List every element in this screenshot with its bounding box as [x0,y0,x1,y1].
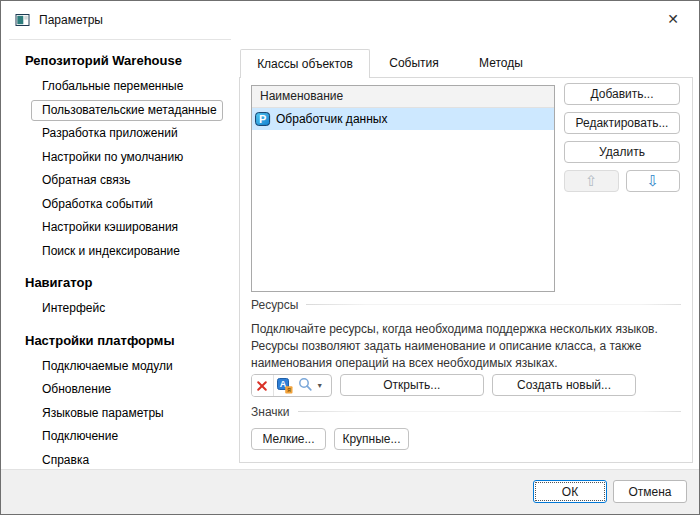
reorder-buttons: ⇧ ⇩ [564,170,680,192]
icons-group: Значки [251,404,681,419]
sidebar-item-language-options[interactable]: Языковые параметры [9,402,235,426]
list-column-header: Наименование [252,86,554,108]
sidebar-item-plugins[interactable]: Подключаемые модули [9,355,235,379]
cancel-button[interactable]: Отмена [613,480,687,503]
close-icon: ✕ [667,11,679,27]
tab-methods[interactable]: Методы [458,49,544,78]
icons-group-label: Значки [251,405,290,419]
add-button[interactable]: Добавить... [564,83,680,105]
resources-description-line: наименования операций на всех необходимы… [251,355,691,372]
resource-picker[interactable]: A я Пользовательские классы ▼ [251,374,332,397]
red-x-icon [256,380,268,392]
svg-text:P: P [259,113,266,125]
options-dialog: Параметры ✕ Репозиторий Warehouse Глобал… [0,0,700,515]
icon-size-buttons: Мелкие... Крупные... [251,428,409,450]
sidebar-item-global-variables[interactable]: Глобальные переменные [9,75,235,99]
sidebar-item-app-development[interactable]: Разработка приложений [9,122,235,146]
edit-button[interactable]: Редактировать... [564,112,680,134]
open-resource-button[interactable]: Открыть... [340,374,484,396]
sidebar-item-update[interactable]: Обновление [9,378,235,402]
nav-section-navigator: Навигатор Интерфейс [9,275,235,321]
sidebar-item-default-settings[interactable]: Настройки по умолчанию [9,146,235,170]
resources-description-line: Ресурсы позволяют задать наименование и … [251,338,691,355]
create-resource-button[interactable]: Создать новый... [492,374,636,396]
nav-header-warehouse: Репозиторий Warehouse [25,53,235,68]
language-resource-icon: A я [277,378,293,394]
resources-group: Ресурсы [251,297,681,312]
search-icon [298,377,313,392]
tab-events[interactable]: События [370,49,458,78]
ok-button[interactable]: ОК [533,480,607,503]
tab-bar: Классы объектов События Методы [240,49,544,78]
resources-description: Подключайте ресурсы, когда необходима по… [251,321,691,372]
resource-dropdown-button[interactable]: ▼ [315,382,331,389]
nav-section-warehouse: Репозиторий Warehouse Глобальные перемен… [9,53,235,263]
sidebar-item-search-indexing[interactable]: Поиск и индексирование [9,240,235,264]
sidebar-item-user-metadata[interactable]: Пользовательские метаданные [31,100,223,121]
list-item-label: Обработчик данных [276,112,387,126]
app-icon [15,12,31,28]
tab-object-classes[interactable]: Классы объектов [240,49,370,78]
settings-nav: Репозиторий Warehouse Глобальные перемен… [9,49,235,484]
data-handler-p-icon: P [255,111,271,127]
resources-description-line: Подключайте ресурсы, когда необходима по… [251,321,691,338]
dialog-footer: ОК Отмена [1,469,699,514]
up-arrow-icon: ⇧ [585,172,598,190]
small-icons-button[interactable]: Мелкие... [251,428,326,450]
resources-group-label: Ресурсы [251,298,298,312]
resource-picker-row: A я Пользовательские классы ▼ Открыть...… [251,374,636,397]
list-item-data-handler[interactable]: P Обработчик данных [252,108,554,130]
window-title: Параметры [39,13,103,27]
nav-section-platform: Настройки платформы Подключаемые модули … [9,333,235,473]
sidebar-item-interface[interactable]: Интерфейс [9,297,235,321]
icons-group-rule [298,411,682,412]
resources-group-rule [306,304,681,305]
title-separator [9,39,231,40]
sidebar-item-cache-settings[interactable]: Настройки кэширования [9,216,235,240]
sidebar-item-connection[interactable]: Подключение [9,425,235,449]
close-button[interactable]: ✕ [655,5,691,34]
large-icons-button[interactable]: Крупные... [334,428,409,450]
down-arrow-icon: ⇩ [646,172,659,190]
sidebar-item-feedback[interactable]: Обратная связь [9,169,235,193]
object-classes-panel: Наименование P Обработчик данных Добавит… [239,77,693,463]
title-bar: Параметры ✕ [1,1,699,39]
sidebar-item-event-processing[interactable]: Обработка событий [9,193,235,217]
nav-header-platform: Настройки платформы [25,333,235,348]
svg-text:я: я [287,386,291,393]
clear-resource-button[interactable] [252,375,274,396]
delete-button[interactable]: Удалить [564,141,680,163]
classes-list: Наименование P Обработчик данных [251,85,555,292]
list-actions: Добавить... Редактировать... Удалить ⇧ ⇩ [564,83,680,192]
move-down-button[interactable]: ⇩ [626,170,681,192]
search-resource-button[interactable] [297,377,315,395]
move-up-button: ⇧ [564,170,619,192]
nav-header-navigator: Навигатор [25,275,235,290]
chevron-down-icon: ▼ [316,382,323,389]
